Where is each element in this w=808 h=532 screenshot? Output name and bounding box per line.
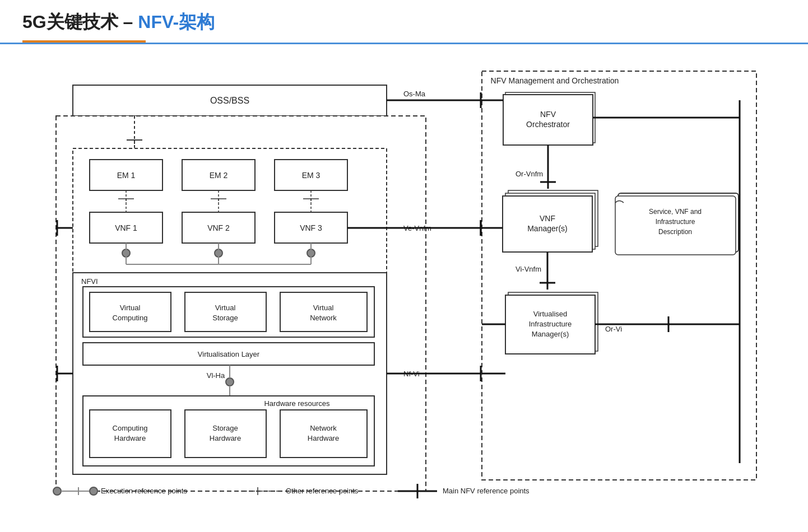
svg-text:Network: Network	[310, 314, 337, 322]
title-highlight: NFV-架构	[138, 12, 215, 32]
svg-rect-0	[73, 85, 387, 116]
svg-rect-12	[182, 160, 255, 190]
svg-rect-10	[90, 160, 162, 190]
svg-rect-50	[90, 292, 171, 332]
svg-text:Virtual: Virtual	[313, 304, 334, 312]
svg-rect-29	[275, 212, 347, 243]
svg-rect-72	[90, 410, 171, 458]
svg-text:Orchestrator: Orchestrator	[526, 120, 570, 129]
header: 5G关键技术 – NFV-架构	[0, 0, 808, 44]
svg-rect-95	[618, 193, 739, 252]
svg-text:EM 3: EM 3	[302, 171, 321, 180]
svg-rect-70	[83, 396, 374, 466]
svg-point-123	[90, 487, 97, 495]
svg-rect-53	[185, 292, 266, 332]
svg-rect-47	[73, 273, 387, 474]
svg-rect-59	[83, 343, 374, 365]
title-prefix: 5G关键技术 –	[22, 12, 138, 32]
svg-rect-56	[280, 292, 367, 332]
svg-rect-91	[505, 193, 595, 249]
svg-text:NFV: NFV	[540, 110, 556, 119]
diagram-svg: OSS/BSS Os-Ma EM 1	[22, 54, 773, 514]
svg-rect-5	[56, 116, 426, 491]
svg-point-62	[226, 378, 234, 386]
svg-text:Or-Vi: Or-Vi	[605, 325, 622, 333]
svg-text:Hardware resources: Hardware resources	[264, 399, 330, 408]
svg-text:Manager(s): Manager(s)	[532, 330, 569, 338]
svg-point-120	[53, 487, 61, 495]
svg-rect-78	[280, 410, 367, 458]
svg-rect-25	[90, 212, 162, 243]
svg-text:Infrastructure: Infrastructure	[529, 320, 572, 328]
svg-rect-75	[185, 410, 266, 458]
svg-text:VNF: VNF	[540, 214, 555, 223]
svg-text:Manager(s): Manager(s)	[527, 224, 568, 233]
nfv-diagram: OSS/BSS Os-Ma EM 1	[22, 54, 773, 530]
svg-text:Computing: Computing	[113, 314, 148, 322]
svg-text:Virtualisation Layer: Virtualisation Layer	[198, 350, 260, 358]
svg-text:Hardware: Hardware	[308, 434, 339, 442]
svg-text:NFV Management and Orchestrati: NFV Management and Orchestration	[491, 76, 619, 85]
svg-text:Network: Network	[310, 424, 337, 432]
svg-rect-14	[275, 160, 347, 190]
page-title: 5G关键技术 – NFV-架构	[22, 10, 786, 40]
svg-text:VNF 3: VNF 3	[300, 223, 322, 232]
svg-text:Hardware: Hardware	[114, 434, 146, 442]
svg-line-119	[387, 324, 505, 374]
svg-text:Infrastructure: Infrastructure	[656, 218, 695, 226]
page: 5G关键技术 – NFV-架构 OSS/BSS Os-Ma	[0, 0, 808, 532]
svg-rect-104	[505, 295, 595, 354]
svg-text:Virtual: Virtual	[215, 304, 236, 312]
svg-text:Vn-Nf: Vn-Nf	[203, 276, 222, 284]
svg-text:Virtual: Virtual	[120, 304, 141, 312]
svg-text:Os-Ma: Os-Ma	[403, 90, 426, 98]
svg-text:Nf-Vi: Nf-Vi	[403, 370, 420, 378]
svg-text:Storage: Storage	[212, 314, 238, 322]
svg-rect-81	[482, 71, 756, 480]
svg-rect-83	[505, 92, 595, 143]
svg-text:Computing: Computing	[113, 424, 148, 432]
svg-point-38	[215, 249, 222, 257]
svg-text:Storage: Storage	[212, 424, 238, 432]
svg-rect-84	[503, 95, 593, 145]
svg-rect-9	[73, 148, 387, 300]
svg-text:Virtualised: Virtualised	[533, 310, 567, 318]
svg-text:Main NFV reference points: Main NFV reference points	[443, 487, 530, 495]
main-content: OSS/BSS Os-Ma EM 1	[0, 44, 808, 532]
svg-point-37	[122, 249, 130, 257]
svg-rect-92	[503, 196, 592, 252]
svg-text:Or-Vnfm: Or-Vnfm	[516, 170, 543, 178]
svg-text:Ve-Vnfm: Ve-Vnfm	[403, 224, 431, 232]
svg-text:Other reference points: Other reference points	[286, 487, 359, 495]
svg-text:NFVI: NFVI	[81, 277, 98, 286]
svg-rect-49	[83, 287, 374, 337]
svg-text:VNF 1: VNF 1	[115, 223, 137, 232]
svg-rect-90	[508, 190, 598, 246]
svg-text:Service, VNF and: Service, VNF and	[649, 208, 702, 216]
svg-text:Hardware: Hardware	[210, 434, 241, 442]
svg-text:Vl-Ha: Vl-Ha	[207, 371, 225, 380]
svg-rect-96	[615, 196, 736, 255]
svg-rect-27	[182, 212, 255, 243]
svg-text:Vi-Vnfm: Vi-Vnfm	[516, 265, 541, 273]
svg-text:Description: Description	[658, 228, 692, 236]
svg-point-39	[307, 249, 315, 257]
svg-text:Execution reference points: Execution reference points	[101, 487, 187, 495]
svg-text:EM 2: EM 2	[210, 171, 228, 180]
svg-text:OSS/BSS: OSS/BSS	[210, 96, 249, 105]
svg-text:EM 1: EM 1	[117, 171, 136, 180]
svg-text:VNF 2: VNF 2	[207, 223, 230, 232]
svg-rect-103	[508, 292, 598, 351]
